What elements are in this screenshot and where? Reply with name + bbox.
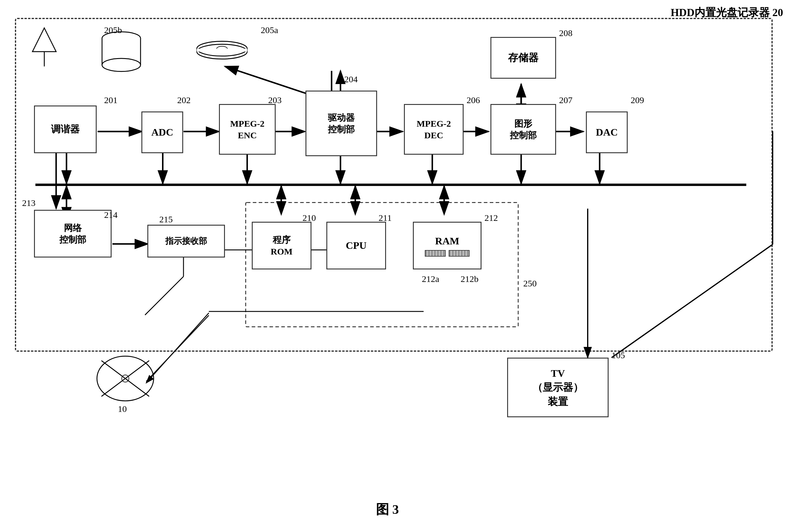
- mpeg2enc-label: MPEG-2ENC: [230, 118, 265, 141]
- prog-rom-label: 程序ROM: [271, 234, 292, 257]
- label-201: 201: [104, 95, 117, 105]
- tv-label: TV（显示器）装置: [532, 368, 583, 407]
- svg-rect-16: [197, 49, 247, 52]
- adc-box: ADC: [141, 112, 183, 153]
- label-208: 208: [559, 28, 572, 38]
- drive-ctrl-label: 驱动器控制部: [328, 112, 355, 135]
- mpeg2dec-label: MPEG-2DEC: [417, 118, 451, 141]
- svg-marker-4: [33, 28, 56, 52]
- instruction-recv-label: 指示接收部: [165, 236, 207, 246]
- graphic-ctrl-label: 图形控制部: [510, 118, 537, 141]
- label-212: 212: [485, 213, 498, 223]
- label-207: 207: [559, 95, 572, 105]
- svg-point-17: [217, 49, 227, 53]
- graphic-ctrl-box: 图形控制部: [490, 104, 556, 155]
- label-205b: 205b: [104, 25, 122, 35]
- storage-box: 存储器: [490, 37, 556, 79]
- label-10: 10: [118, 404, 127, 414]
- label-205a: 205a: [261, 25, 278, 35]
- main-outer-box: 调谐器 ADC MPEG-2ENC 驱动器控制部 MPEG-2DEC 图形控制部…: [15, 18, 773, 352]
- svg-point-11: [197, 41, 247, 56]
- svg-point-12: [217, 46, 227, 51]
- storage-label: 存储器: [508, 51, 539, 64]
- network-ctrl-box: 网络控制部: [34, 210, 112, 258]
- ram-label: RAM: [435, 234, 459, 248]
- label-214: 214: [104, 210, 117, 220]
- label-250: 250: [523, 278, 537, 288]
- label-204: 204: [344, 74, 358, 84]
- label-209: 209: [631, 95, 644, 105]
- figure-label: 图 3: [376, 501, 399, 518]
- dac-label: DAC: [596, 126, 618, 139]
- network-ctrl-label: 网络控制部: [59, 222, 86, 245]
- ram-box: RAM: [413, 222, 481, 269]
- label-213: 213: [22, 198, 36, 208]
- drive-ctrl-box: 驱动器控制部: [306, 91, 377, 156]
- cpu-label: CPU: [346, 239, 367, 252]
- label-105: 105: [612, 350, 625, 360]
- label-212a: 212a: [422, 274, 439, 284]
- mpeg2enc-box: MPEG-2ENC: [219, 104, 276, 155]
- label-202: 202: [177, 95, 190, 105]
- label-211: 211: [379, 213, 392, 223]
- dac-box: DAC: [586, 112, 628, 153]
- tuner-box: 调谐器: [34, 106, 97, 153]
- cpu-box: CPU: [326, 222, 386, 269]
- label-210: 210: [303, 213, 316, 223]
- mpeg2dec-box: MPEG-2DEC: [404, 104, 463, 155]
- label-206: 206: [467, 95, 480, 105]
- svg-line-43: [145, 277, 183, 315]
- label-215: 215: [159, 214, 173, 224]
- tv-box: TV（显示器）装置: [507, 358, 608, 417]
- satellite-dish: 10: [92, 352, 158, 406]
- svg-point-10: [102, 58, 141, 72]
- svg-point-15: [197, 44, 247, 59]
- label-212b: 212b: [461, 274, 478, 284]
- tuner-label: 调谐器: [51, 123, 80, 136]
- adc-label: ADC: [151, 126, 173, 139]
- prog-rom-box: 程序ROM: [252, 222, 311, 269]
- svg-rect-7: [102, 38, 141, 65]
- instruction-recv-box: 指示接收部: [147, 225, 225, 258]
- label-203: 203: [268, 95, 281, 105]
